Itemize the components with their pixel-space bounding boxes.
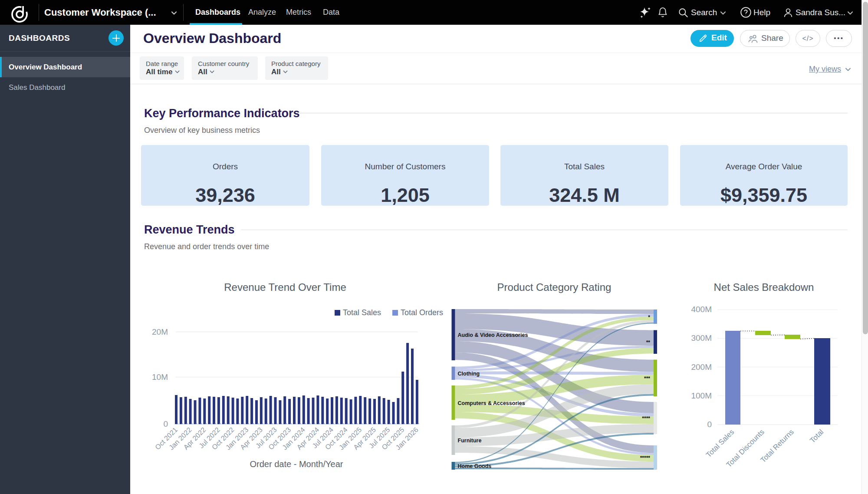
svg-text:Clothing: Clothing	[458, 371, 480, 377]
svg-text:Total: Total	[808, 428, 825, 445]
svg-text:Total Sales: Total Sales	[704, 428, 736, 459]
svg-text:300M: 300M	[691, 333, 712, 343]
svg-text:400M: 400M	[691, 305, 712, 314]
svg-text:20M: 20M	[152, 327, 168, 336]
svg-text:**: **	[646, 339, 651, 346]
svg-text:10M: 10M	[152, 372, 168, 382]
svg-text:0: 0	[707, 420, 712, 429]
svg-text:*: *	[648, 314, 650, 320]
svg-text:100M: 100M	[691, 391, 712, 400]
svg-text:Home Goods: Home Goods	[458, 463, 492, 469]
svg-text:Total Sales: Total Sales	[343, 308, 381, 317]
svg-text:Audio & Video Accessories: Audio & Video Accessories	[458, 332, 528, 338]
svg-text:Net Sales Breakdown: Net Sales Breakdown	[714, 281, 814, 293]
svg-text:200M: 200M	[691, 362, 712, 372]
svg-text:Revenue Trend Over Time: Revenue Trend Over Time	[224, 281, 346, 293]
svg-text:Computers & Accessories: Computers & Accessories	[458, 400, 525, 406]
svg-text:*****: *****	[640, 455, 651, 461]
svg-text:0: 0	[163, 419, 168, 428]
svg-text:Total Orders: Total Orders	[401, 308, 443, 317]
svg-text:Order date - Month/Year: Order date - Month/Year	[250, 459, 343, 469]
svg-text:Product Category Rating: Product Category Rating	[497, 281, 612, 293]
svg-text:Furniture: Furniture	[458, 438, 482, 444]
svg-text:****: ****	[642, 415, 650, 422]
svg-text:***: ***	[644, 375, 650, 382]
